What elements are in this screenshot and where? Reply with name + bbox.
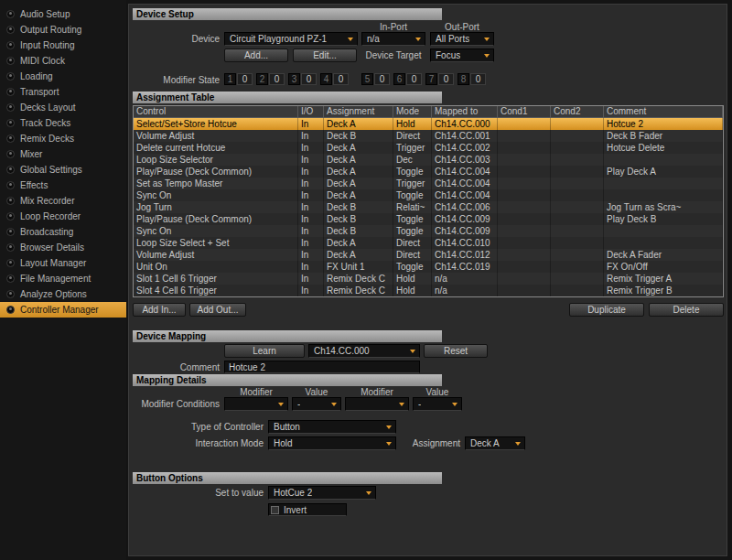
device-dropdown[interactable]: Circuit Playground PZ-1: [224, 32, 358, 46]
sidebar-item-track-decks[interactable]: Track Decks: [0, 115, 126, 131]
add-device-button[interactable]: Add...: [224, 48, 288, 62]
table-row-play-pause-deck-common[interactable]: Play/Pause (Deck Common)InDeck BToggleCh…: [134, 213, 723, 225]
invert-checkbox[interactable]: [271, 506, 279, 514]
cell-cond1: [498, 273, 551, 285]
sidebar-item-effects[interactable]: Effects: [0, 178, 126, 193]
modifier-value-2-dropdown[interactable]: -: [413, 397, 462, 411]
sidebar-item-transport[interactable]: Transport: [0, 84, 126, 100]
device-target-dropdown[interactable]: Focus: [430, 48, 494, 62]
cell-cond1: [498, 261, 551, 273]
set-to-value-label: Set to value: [129, 487, 264, 500]
sidebar-item-audio-setup[interactable]: Audio Setup: [0, 6, 126, 22]
mapped-control-dropdown[interactable]: Ch14.CC.000: [308, 344, 420, 358]
duplicate-button[interactable]: Duplicate: [569, 303, 644, 317]
in-port-dropdown[interactable]: n/a: [361, 32, 425, 46]
table-row-loop-size-select-set[interactable]: Loop Size Select + SetInDeck ADirectCh14…: [134, 237, 723, 249]
sidebar-item-output-routing[interactable]: Output Routing: [0, 22, 126, 38]
sidebar-item-global-settings[interactable]: Global Settings: [0, 162, 126, 178]
cell-cond1: [498, 225, 551, 237]
cell-io: In: [298, 154, 324, 166]
table-row-jog-turn[interactable]: Jog TurnInDeck BRelati~Ch14.CC.006Jog Tu…: [134, 201, 723, 213]
out-port-dropdown[interactable]: All Ports: [430, 32, 494, 46]
add-out-button[interactable]: Add Out...: [189, 303, 246, 317]
radio-bullet-icon: [6, 88, 15, 96]
sidebar-item-loading[interactable]: Loading: [0, 69, 126, 84]
table-row-slot-4-cell-6-trigger[interactable]: Slot 4 Cell 6 TriggerInRemix Deck CHoldn…: [134, 285, 723, 296]
column-header-cond1[interactable]: Cond1: [498, 106, 551, 117]
modifier-condition-2-dropdown[interactable]: [345, 397, 409, 411]
table-row-delete-current-hotcue[interactable]: Delete current HotcueInDeck ATriggerCh14…: [134, 142, 723, 154]
sidebar-item-decks-layout[interactable]: Decks Layout: [0, 100, 126, 115]
cell-io: In: [298, 118, 324, 130]
modifier-condition-1-dropdown[interactable]: [224, 397, 288, 411]
sidebar-item-input-routing[interactable]: Input Routing: [0, 38, 126, 53]
delete-button[interactable]: Delete: [649, 303, 724, 317]
modifier-value-1-dropdown[interactable]: -: [292, 397, 341, 411]
learn-button[interactable]: Learn: [224, 344, 305, 358]
cell-io: In: [298, 285, 324, 296]
sidebar-item-browser-details[interactable]: Browser Details: [0, 240, 126, 255]
sidebar-item-label: Loop Recorder: [20, 211, 81, 221]
radio-bullet-icon: [6, 26, 15, 34]
column-header-i-o[interactable]: I/O: [298, 106, 324, 117]
cell-cond1: [498, 285, 551, 296]
sidebar-item-remix-decks[interactable]: Remix Decks: [0, 131, 126, 146]
modifier-number: 7: [425, 73, 437, 85]
column-header-mapped-to[interactable]: Mapped to: [432, 106, 498, 117]
radio-bullet-icon: [6, 72, 15, 81]
sidebar-item-layout-manager[interactable]: Layout Manager: [0, 255, 126, 271]
set-to-value-dropdown[interactable]: HotCue 2: [268, 486, 376, 500]
cell-assignment: Deck A: [324, 166, 393, 178]
sidebar-item-loop-recorder[interactable]: Loop Recorder: [0, 209, 126, 224]
cell-io: In: [298, 213, 324, 225]
chevron-down-icon: [348, 38, 353, 41]
cell-cond2: [551, 130, 604, 142]
cell-comment: [604, 154, 723, 166]
column-header-cond2[interactable]: Cond2: [551, 106, 604, 117]
sidebar-item-file-management[interactable]: File Management: [0, 271, 126, 286]
edit-device-button[interactable]: Edit...: [293, 48, 357, 62]
type-of-controller-dropdown[interactable]: Button: [268, 420, 396, 434]
column-header-comment[interactable]: Comment: [604, 106, 723, 117]
cell-assignment: Deck A: [324, 118, 393, 130]
column-header-control[interactable]: Control: [134, 106, 298, 117]
table-row-sync-on[interactable]: Sync OnInDeck BToggleCh14.CC.009: [134, 225, 723, 237]
comment-input[interactable]: [224, 361, 420, 373]
cell-comment: [604, 225, 723, 237]
sidebar-item-mixer[interactable]: Mixer: [0, 146, 126, 162]
sidebar-item-label: Broadcasting: [20, 227, 73, 237]
column-header-assignment[interactable]: Assignment: [324, 106, 393, 117]
table-row-unit-on[interactable]: Unit OnInFX Unit 1ToggleCh14.CC.019FX On…: [134, 261, 723, 273]
radio-bullet-icon: [6, 150, 15, 158]
modifier-value: 0: [301, 73, 317, 85]
cell-comment: Hotcue 2: [604, 118, 723, 130]
cell-io: In: [298, 273, 324, 285]
table-row-sync-on[interactable]: Sync OnInDeck AToggleCh14.CC.004: [134, 189, 723, 201]
cell-cond2: [551, 118, 604, 130]
table-row-select-set-store-hotcue[interactable]: Select/Set+Store HotcueInDeck AHoldCh14.…: [134, 118, 723, 130]
chevron-down-icon: [410, 350, 415, 353]
assignment-dropdown[interactable]: Deck A: [465, 436, 525, 450]
column-header-mode[interactable]: Mode: [393, 106, 432, 117]
table-row-slot-1-cell-6-trigger[interactable]: Slot 1 Cell 6 TriggerInRemix Deck CHoldn…: [134, 273, 723, 285]
chevron-down-icon: [386, 442, 392, 446]
sidebar-item-broadcasting[interactable]: Broadcasting: [0, 224, 126, 240]
cell-mode: Toggle: [393, 189, 432, 201]
device-target-dropdown-value: Focus: [436, 50, 460, 60]
table-row-volume-adjust[interactable]: Volume AdjustInDeck BDirectCh14.CC.001De…: [134, 130, 723, 142]
cell-mapped-to: Ch14.CC.004: [432, 178, 498, 189]
table-row-loop-size-selector[interactable]: Loop Size SelectorInDeck ADecCh14.CC.003: [134, 154, 723, 166]
cell-io: In: [298, 189, 324, 201]
table-row-volume-adjust[interactable]: Volume AdjustInDeck ADirectCh14.CC.012De…: [134, 249, 723, 261]
sidebar-item-midi-clock[interactable]: MIDI Clock: [0, 53, 126, 69]
interaction-mode-dropdown[interactable]: Hold: [268, 436, 396, 450]
table-row-set-as-tempo-master[interactable]: Set as Tempo MasterInDeck ATriggerCh14.C…: [134, 178, 723, 189]
table-row-play-pause-deck-common[interactable]: Play/Pause (Deck Common)InDeck AToggleCh…: [134, 166, 723, 178]
assignment-table-body: Select/Set+Store HotcueInDeck AHoldCh14.…: [134, 118, 723, 296]
sidebar-item-analyze-options[interactable]: Analyze Options: [0, 286, 126, 302]
cell-assignment: Remix Deck C: [324, 273, 393, 285]
sidebar-item-mix-recorder[interactable]: Mix Recorder: [0, 193, 126, 209]
sidebar-item-controller-manager[interactable]: Controller Manager: [0, 302, 126, 318]
reset-button[interactable]: Reset: [424, 344, 488, 358]
add-in-button[interactable]: Add In...: [133, 303, 186, 317]
